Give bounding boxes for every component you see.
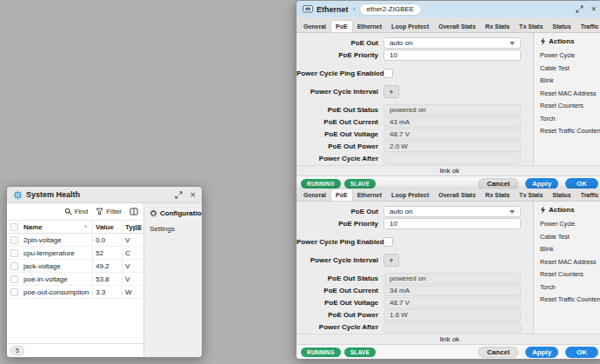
ethernet-titlebar[interactable]: Ethernet › ether2-ZIGBEE × (297, 1, 600, 17)
tab[interactable]: General (299, 21, 330, 32)
table-row[interactable]: poe-out-consumption 3.3 W (7, 286, 143, 299)
tab[interactable]: Status (548, 189, 575, 201)
tab[interactable]: Tx Stats (515, 189, 547, 201)
cell-name: jack-voltage (21, 260, 92, 272)
system-health-title: System Health (26, 190, 80, 199)
tab-bar: GeneralPoEEthernetLoop ProtectOverall St… (297, 189, 600, 202)
tab[interactable]: Ethernet (353, 189, 386, 201)
poe-out-label: PoE Out (297, 39, 383, 47)
poe-out-select[interactable]: auto on (383, 37, 521, 49)
ok-button[interactable]: OK (565, 347, 598, 358)
power-cycle-interval-label: Power Cycle Interval (297, 256, 383, 264)
tab[interactable]: General (299, 189, 330, 201)
cell-type: V (122, 234, 143, 246)
table-row[interactable]: poe-in-voltage 53.8 V (7, 273, 143, 286)
link-status: link ok (297, 165, 600, 175)
poe-priority-input[interactable]: 10 (383, 50, 521, 61)
poe-out-voltage-value: 48.7 V (383, 297, 521, 308)
poe-out-select[interactable]: auto on (383, 206, 521, 217)
table-row[interactable]: 2pin-voltage 0.0 V (7, 234, 143, 247)
action-item[interactable]: Power Cycle (540, 51, 600, 59)
filter-button[interactable]: Filter (96, 208, 122, 215)
poe-priority-input[interactable]: 10 (383, 218, 521, 229)
cancel-button[interactable]: Cancel (478, 347, 518, 358)
maximize-icon[interactable] (576, 5, 583, 13)
tab[interactable]: Loop Protect (387, 21, 433, 32)
close-icon[interactable]: × (190, 191, 196, 199)
tab[interactable]: Ethernet (353, 21, 386, 32)
row-checkbox[interactable] (10, 288, 18, 296)
action-item[interactable]: Reset MAC Address (540, 89, 600, 97)
cell-value: 3.3 (92, 286, 122, 298)
poe-out-current-value: 34 mA (383, 285, 521, 296)
action-item[interactable]: Power Cycle (540, 220, 600, 228)
poe-out-label: PoE Out (297, 208, 383, 215)
window-title: Ethernet (317, 5, 349, 14)
column-header-name[interactable]: Name ^ (21, 221, 92, 233)
item-count-badge: 5 (10, 346, 24, 355)
cell-value: 0.0 (92, 234, 122, 246)
ethernet-icon (303, 5, 313, 14)
poe-out-power-label: PoE Out Power (297, 311, 383, 319)
tab[interactable]: Rx Stats (481, 21, 514, 32)
ok-button[interactable]: OK (565, 178, 598, 189)
action-item[interactable]: Reset Counters (540, 270, 600, 278)
tab[interactable]: Traffic (577, 21, 600, 32)
action-item[interactable]: Cable Test (540, 233, 600, 241)
row-checkbox[interactable] (10, 275, 18, 283)
apply-button[interactable]: Apply (525, 347, 558, 358)
action-item[interactable]: Torch (540, 115, 600, 122)
action-item[interactable]: Reset MAC Address (540, 258, 600, 266)
poe-out-status-value: powered on (383, 273, 521, 284)
tab[interactable]: Tx Stats (515, 21, 547, 32)
tab[interactable]: Overall Stats (434, 21, 480, 32)
poe-out-power-label: PoE Out Power (297, 142, 383, 150)
cell-name: 2pin-voltage (21, 234, 92, 246)
table-row[interactable]: jack-voltage 49.2 V (7, 260, 143, 273)
close-icon[interactable]: × (591, 5, 597, 13)
configuration-item-settings[interactable]: Settings (150, 225, 198, 233)
row-checkbox[interactable] (10, 236, 18, 244)
status-badge-running: RUNNING (301, 179, 341, 189)
tab[interactable]: Traffic (577, 189, 600, 201)
tab[interactable]: PoE (331, 189, 352, 201)
action-item[interactable]: Blink (540, 76, 600, 84)
tab[interactable]: Overall Stats (434, 189, 480, 201)
apply-button[interactable]: Apply (525, 178, 558, 189)
header-menu-icon[interactable] (136, 225, 142, 232)
power-cycle-ping-enabled-checkbox[interactable] (383, 237, 393, 247)
actions-panel: Actions Power CycleCable TestBlinkReset … (533, 202, 600, 334)
column-header-value[interactable]: Value (92, 221, 122, 233)
action-item[interactable]: Reset Traffic Counters (540, 295, 600, 303)
link-status: link ok (297, 334, 600, 344)
tab[interactable]: PoE (331, 21, 352, 32)
columns-button[interactable] (130, 208, 138, 215)
select-all-checkbox[interactable] (10, 223, 18, 231)
row-checkbox[interactable] (10, 249, 18, 257)
add-interval-button[interactable]: + (383, 85, 399, 98)
row-checkbox[interactable] (10, 262, 18, 270)
action-item[interactable]: Reset Traffic Counters (540, 127, 600, 135)
tab[interactable]: Rx Stats (481, 189, 514, 201)
tab[interactable]: Loop Protect (387, 189, 433, 201)
table-row[interactable]: cpu-temperature 52 C (7, 247, 143, 260)
tab[interactable]: Status (548, 21, 575, 32)
maximize-icon[interactable] (175, 191, 183, 199)
power-cycle-ping-enabled-checkbox[interactable] (383, 69, 393, 78)
table-empty-area (7, 299, 143, 343)
breadcrumb-interface[interactable]: ether2-ZIGBEE (360, 4, 422, 15)
add-interval-button[interactable]: + (383, 254, 399, 267)
poe-out-voltage-value: 48.7 V (383, 129, 521, 140)
system-health-titlebar[interactable]: System Health × (7, 187, 202, 203)
lightning-icon (540, 206, 546, 214)
power-cycle-after-label: Power Cycle After (297, 323, 383, 331)
poe-out-voltage-label: PoE Out Voltage (297, 130, 383, 138)
action-item[interactable]: Reset Counters (540, 102, 600, 109)
find-button[interactable]: Find (64, 208, 89, 215)
cancel-button[interactable]: Cancel (478, 178, 518, 189)
action-item[interactable]: Cable Test (540, 64, 600, 72)
action-item[interactable]: Torch (540, 283, 600, 291)
action-item[interactable]: Blink (540, 245, 600, 253)
columns-icon (130, 208, 138, 215)
table-rows: 2pin-voltage 0.0 V cpu-temperature 52 C (7, 234, 143, 299)
